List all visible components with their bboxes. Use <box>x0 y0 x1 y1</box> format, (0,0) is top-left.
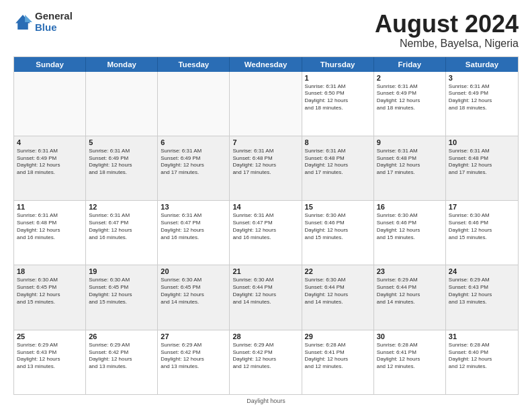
cell-info: Sunrise: 6:30 AM Sunset: 6:45 PM Dayligh… <box>161 277 226 306</box>
cell-info: Sunrise: 6:28 AM Sunset: 6:41 PM Dayligh… <box>305 342 371 371</box>
logo-text: General Blue <box>35 11 73 33</box>
calendar-cell: 19Sunrise: 6:30 AM Sunset: 6:45 PM Dayli… <box>86 265 158 329</box>
cell-info: Sunrise: 6:29 AM Sunset: 6:44 PM Dayligh… <box>377 277 443 306</box>
day-number: 30 <box>377 332 443 340</box>
calendar-cell: 3Sunrise: 6:31 AM Sunset: 6:49 PM Daylig… <box>446 72 518 136</box>
day-number: 9 <box>377 138 443 146</box>
day-number: 25 <box>17 332 83 340</box>
empty-cell <box>158 72 230 136</box>
cell-info: Sunrise: 6:31 AM Sunset: 6:48 PM Dayligh… <box>17 212 83 241</box>
calendar-cell: 17Sunrise: 6:30 AM Sunset: 6:46 PM Dayli… <box>446 201 518 265</box>
day-number: 8 <box>305 138 371 146</box>
calendar-cell: 16Sunrise: 6:30 AM Sunset: 6:46 PM Dayli… <box>374 201 446 265</box>
header-day: Saturday <box>446 57 518 72</box>
day-number: 10 <box>449 138 515 146</box>
calendar-cell: 14Sunrise: 6:31 AM Sunset: 6:47 PM Dayli… <box>230 201 302 265</box>
calendar-cell: 11Sunrise: 6:31 AM Sunset: 6:48 PM Dayli… <box>14 201 86 265</box>
calendar-subtitle: Nembe, Bayelsa, Nigeria <box>375 38 519 50</box>
cell-info: Sunrise: 6:30 AM Sunset: 6:45 PM Dayligh… <box>17 277 83 306</box>
header-day: Thursday <box>302 57 374 72</box>
calendar-cell: 4Sunrise: 6:31 AM Sunset: 6:49 PM Daylig… <box>14 136 86 200</box>
page: General Blue August 2024 Nembe, Bayelsa,… <box>0 0 532 411</box>
day-number: 6 <box>161 138 226 146</box>
calendar-cell: 6Sunrise: 6:31 AM Sunset: 6:49 PM Daylig… <box>158 136 230 200</box>
day-number: 18 <box>17 267 83 275</box>
calendar-cell: 28Sunrise: 6:29 AM Sunset: 6:42 PM Dayli… <box>230 330 302 394</box>
calendar-cell: 13Sunrise: 6:31 AM Sunset: 6:47 PM Dayli… <box>158 201 230 265</box>
calendar-row: 25Sunrise: 6:29 AM Sunset: 6:43 PM Dayli… <box>14 330 518 394</box>
cell-info: Sunrise: 6:31 AM Sunset: 6:47 PM Dayligh… <box>89 212 154 241</box>
logo-icon <box>13 13 32 32</box>
calendar-row: 4Sunrise: 6:31 AM Sunset: 6:49 PM Daylig… <box>14 136 518 201</box>
cell-info: Sunrise: 6:30 AM Sunset: 6:46 PM Dayligh… <box>377 212 443 241</box>
cell-info: Sunrise: 6:29 AM Sunset: 6:42 PM Dayligh… <box>161 342 226 371</box>
calendar-cell: 9Sunrise: 6:31 AM Sunset: 6:48 PM Daylig… <box>374 136 446 200</box>
cell-info: Sunrise: 6:30 AM Sunset: 6:45 PM Dayligh… <box>89 277 154 306</box>
cell-info: Sunrise: 6:30 AM Sunset: 6:44 PM Dayligh… <box>305 277 371 306</box>
calendar-cell: 26Sunrise: 6:29 AM Sunset: 6:42 PM Dayli… <box>86 330 158 394</box>
calendar-cell: 27Sunrise: 6:29 AM Sunset: 6:42 PM Dayli… <box>158 330 230 394</box>
title-block: August 2024 Nembe, Bayelsa, Nigeria <box>375 11 519 50</box>
cell-info: Sunrise: 6:31 AM Sunset: 6:50 PM Dayligh… <box>305 83 371 112</box>
day-number: 31 <box>449 332 515 340</box>
cell-info: Sunrise: 6:30 AM Sunset: 6:44 PM Dayligh… <box>232 277 298 306</box>
cell-info: Sunrise: 6:30 AM Sunset: 6:46 PM Dayligh… <box>449 212 515 241</box>
day-number: 14 <box>232 203 298 211</box>
calendar-cell: 31Sunrise: 6:28 AM Sunset: 6:40 PM Dayli… <box>446 330 518 394</box>
cell-info: Sunrise: 6:29 AM Sunset: 6:43 PM Dayligh… <box>449 277 515 306</box>
calendar-cell: 29Sunrise: 6:28 AM Sunset: 6:41 PM Dayli… <box>302 330 374 394</box>
header-day: Friday <box>374 57 446 72</box>
cell-info: Sunrise: 6:28 AM Sunset: 6:41 PM Dayligh… <box>377 342 443 371</box>
calendar-cell: 12Sunrise: 6:31 AM Sunset: 6:47 PM Dayli… <box>86 201 158 265</box>
cell-info: Sunrise: 6:31 AM Sunset: 6:49 PM Dayligh… <box>17 148 83 177</box>
svg-marker-1 <box>25 15 32 22</box>
cell-info: Sunrise: 6:31 AM Sunset: 6:48 PM Dayligh… <box>305 148 371 177</box>
calendar-cell: 24Sunrise: 6:29 AM Sunset: 6:43 PM Dayli… <box>446 265 518 329</box>
day-number: 1 <box>305 74 371 82</box>
cell-info: Sunrise: 6:29 AM Sunset: 6:43 PM Dayligh… <box>17 342 83 371</box>
calendar-header: SundayMondayTuesdayWednesdayThursdayFrid… <box>14 57 518 72</box>
day-number: 23 <box>377 267 443 275</box>
cell-info: Sunrise: 6:31 AM Sunset: 6:48 PM Dayligh… <box>232 148 298 177</box>
header-day: Tuesday <box>158 57 230 72</box>
cell-info: Sunrise: 6:31 AM Sunset: 6:47 PM Dayligh… <box>161 212 226 241</box>
calendar-cell: 5Sunrise: 6:31 AM Sunset: 6:49 PM Daylig… <box>86 136 158 200</box>
day-number: 5 <box>89 138 154 146</box>
day-number: 12 <box>89 203 154 211</box>
calendar-cell: 18Sunrise: 6:30 AM Sunset: 6:45 PM Dayli… <box>14 265 86 329</box>
calendar-row: 18Sunrise: 6:30 AM Sunset: 6:45 PM Dayli… <box>14 265 518 330</box>
day-number: 3 <box>449 74 515 82</box>
logo: General Blue <box>13 11 73 33</box>
day-number: 27 <box>161 332 226 340</box>
day-number: 29 <box>305 332 371 340</box>
day-number: 15 <box>305 203 371 211</box>
day-number: 24 <box>449 267 515 275</box>
calendar-cell: 30Sunrise: 6:28 AM Sunset: 6:41 PM Dayli… <box>374 330 446 394</box>
empty-cell <box>86 72 158 136</box>
cell-info: Sunrise: 6:28 AM Sunset: 6:40 PM Dayligh… <box>449 342 515 371</box>
empty-cell <box>230 72 302 136</box>
logo-blue: Blue <box>35 22 73 34</box>
header-day: Sunday <box>14 57 86 72</box>
calendar-cell: 7Sunrise: 6:31 AM Sunset: 6:48 PM Daylig… <box>230 136 302 200</box>
header-day: Monday <box>86 57 158 72</box>
calendar-cell: 25Sunrise: 6:29 AM Sunset: 6:43 PM Dayli… <box>14 330 86 394</box>
header: General Blue August 2024 Nembe, Bayelsa,… <box>13 11 519 50</box>
calendar-title: August 2024 <box>375 11 519 38</box>
calendar-body: 1Sunrise: 6:31 AM Sunset: 6:50 PM Daylig… <box>14 72 518 394</box>
empty-cell <box>14 72 86 136</box>
calendar-cell: 23Sunrise: 6:29 AM Sunset: 6:44 PM Dayli… <box>374 265 446 329</box>
calendar-cell: 20Sunrise: 6:30 AM Sunset: 6:45 PM Dayli… <box>158 265 230 329</box>
footer-note: Daylight hours <box>13 398 519 404</box>
day-number: 28 <box>232 332 298 340</box>
calendar: SundayMondayTuesdayWednesdayThursdayFrid… <box>13 56 519 395</box>
cell-info: Sunrise: 6:31 AM Sunset: 6:48 PM Dayligh… <box>377 148 443 177</box>
calendar-cell: 21Sunrise: 6:30 AM Sunset: 6:44 PM Dayli… <box>230 265 302 329</box>
cell-info: Sunrise: 6:31 AM Sunset: 6:49 PM Dayligh… <box>89 148 154 177</box>
cell-info: Sunrise: 6:31 AM Sunset: 6:49 PM Dayligh… <box>449 83 515 112</box>
cell-info: Sunrise: 6:29 AM Sunset: 6:42 PM Dayligh… <box>232 342 298 371</box>
header-day: Wednesday <box>230 57 302 72</box>
calendar-row: 1Sunrise: 6:31 AM Sunset: 6:50 PM Daylig… <box>14 72 518 136</box>
day-number: 7 <box>232 138 298 146</box>
calendar-cell: 22Sunrise: 6:30 AM Sunset: 6:44 PM Dayli… <box>302 265 374 329</box>
